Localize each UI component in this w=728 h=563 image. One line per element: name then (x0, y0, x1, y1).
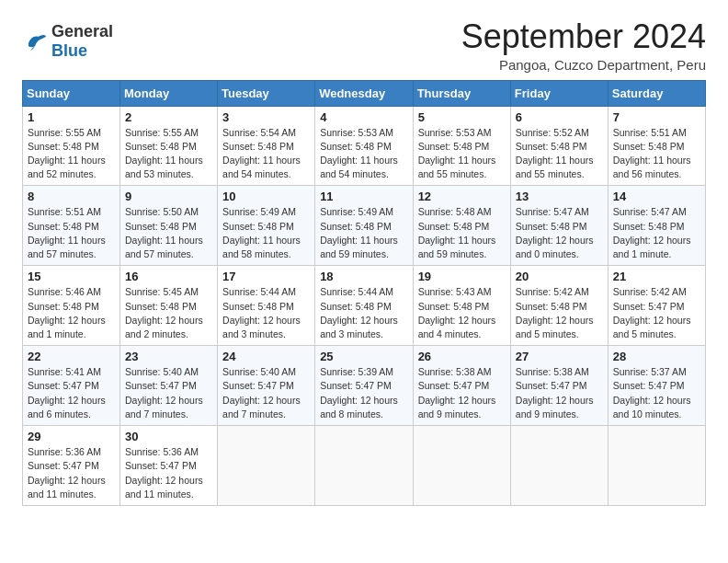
logo-text: General Blue (51, 22, 113, 61)
day-detail: Sunrise: 5:52 AMSunset: 5:48 PMDaylight:… (516, 127, 594, 180)
day-number: 8 (28, 190, 115, 203)
calendar-cell: 25 Sunrise: 5:39 AMSunset: 5:47 PMDaylig… (315, 346, 413, 426)
day-number: 13 (516, 190, 603, 203)
calendar-cell: 21 Sunrise: 5:42 AMSunset: 5:47 PMDaylig… (608, 266, 705, 346)
day-number: 21 (613, 270, 700, 283)
location-subtitle: Pangoa, Cuzco Department, Peru (461, 57, 706, 73)
day-detail: Sunrise: 5:47 AMSunset: 5:48 PMDaylight:… (613, 206, 691, 259)
calendar-cell: 26 Sunrise: 5:38 AMSunset: 5:47 PMDaylig… (413, 346, 510, 426)
calendar-cell (608, 426, 705, 506)
calendar-cell: 9 Sunrise: 5:50 AMSunset: 5:48 PMDayligh… (120, 186, 218, 266)
day-detail: Sunrise: 5:51 AMSunset: 5:48 PMDaylight:… (28, 206, 106, 259)
day-number: 20 (516, 270, 603, 283)
calendar-cell: 5 Sunrise: 5:53 AMSunset: 5:48 PMDayligh… (413, 106, 510, 186)
weekday-header-saturday: Saturday (608, 80, 705, 106)
calendar-cell: 2 Sunrise: 5:55 AMSunset: 5:48 PMDayligh… (120, 106, 218, 186)
day-number: 18 (320, 270, 407, 283)
calendar-cell: 23 Sunrise: 5:40 AMSunset: 5:47 PMDaylig… (120, 346, 218, 426)
day-detail: Sunrise: 5:51 AMSunset: 5:48 PMDaylight:… (613, 127, 691, 180)
day-number: 2 (125, 110, 212, 124)
day-detail: Sunrise: 5:40 AMSunset: 5:47 PMDaylight:… (222, 366, 301, 419)
calendar-cell (510, 426, 608, 506)
day-number: 1 (28, 110, 115, 124)
day-detail: Sunrise: 5:45 AMSunset: 5:48 PMDaylight:… (125, 286, 203, 339)
day-detail: Sunrise: 5:40 AMSunset: 5:47 PMDaylight:… (125, 366, 203, 419)
calendar-cell: 28 Sunrise: 5:37 AMSunset: 5:47 PMDaylig… (608, 346, 705, 426)
page-header: General Blue September 2024 Pangoa, Cuzc… (22, 18, 706, 73)
calendar-cell: 8 Sunrise: 5:51 AMSunset: 5:48 PMDayligh… (23, 186, 120, 266)
day-detail: Sunrise: 5:38 AMSunset: 5:47 PMDaylight:… (418, 366, 496, 419)
day-number: 11 (320, 190, 407, 203)
calendar-week-row: 29 Sunrise: 5:36 AMSunset: 5:47 PMDaylig… (23, 426, 706, 506)
weekday-header-thursday: Thursday (413, 80, 510, 106)
calendar-cell: 29 Sunrise: 5:36 AMSunset: 5:47 PMDaylig… (23, 426, 120, 506)
day-detail: Sunrise: 5:55 AMSunset: 5:48 PMDaylight:… (125, 127, 203, 180)
calendar-cell: 1 Sunrise: 5:55 AMSunset: 5:48 PMDayligh… (23, 106, 120, 186)
calendar-cell: 13 Sunrise: 5:47 AMSunset: 5:48 PMDaylig… (510, 186, 608, 266)
weekday-header-friday: Friday (510, 80, 608, 106)
day-number: 22 (28, 350, 115, 363)
day-number: 4 (320, 110, 407, 124)
day-detail: Sunrise: 5:42 AMSunset: 5:48 PMDaylight:… (516, 286, 594, 339)
calendar-cell: 12 Sunrise: 5:48 AMSunset: 5:48 PMDaylig… (413, 186, 510, 266)
day-detail: Sunrise: 5:36 AMSunset: 5:47 PMDaylight:… (125, 446, 203, 500)
calendar-cell: 16 Sunrise: 5:45 AMSunset: 5:48 PMDaylig… (120, 266, 218, 346)
calendar-cell (413, 426, 510, 506)
calendar-cell: 10 Sunrise: 5:49 AMSunset: 5:48 PMDaylig… (218, 186, 315, 266)
calendar-cell: 30 Sunrise: 5:36 AMSunset: 5:47 PMDaylig… (120, 426, 218, 506)
day-number: 9 (125, 190, 212, 203)
calendar-cell: 27 Sunrise: 5:38 AMSunset: 5:47 PMDaylig… (510, 346, 608, 426)
calendar-cell: 17 Sunrise: 5:44 AMSunset: 5:48 PMDaylig… (218, 266, 315, 346)
calendar-cell: 7 Sunrise: 5:51 AMSunset: 5:48 PMDayligh… (608, 106, 705, 186)
calendar-cell: 24 Sunrise: 5:40 AMSunset: 5:47 PMDaylig… (218, 346, 315, 426)
calendar-cell: 11 Sunrise: 5:49 AMSunset: 5:48 PMDaylig… (315, 186, 413, 266)
day-number: 12 (418, 190, 506, 203)
day-number: 5 (418, 110, 506, 124)
day-detail: Sunrise: 5:55 AMSunset: 5:48 PMDaylight:… (28, 127, 106, 180)
day-number: 7 (613, 110, 700, 124)
day-number: 28 (613, 350, 700, 363)
day-detail: Sunrise: 5:36 AMSunset: 5:47 PMDaylight:… (28, 446, 106, 500)
day-detail: Sunrise: 5:37 AMSunset: 5:47 PMDaylight:… (613, 366, 691, 419)
day-detail: Sunrise: 5:47 AMSunset: 5:48 PMDaylight:… (516, 206, 594, 259)
day-number: 23 (125, 350, 212, 363)
day-detail: Sunrise: 5:49 AMSunset: 5:48 PMDaylight:… (320, 206, 398, 259)
day-detail: Sunrise: 5:46 AMSunset: 5:48 PMDaylight:… (28, 286, 106, 339)
calendar-cell: 14 Sunrise: 5:47 AMSunset: 5:48 PMDaylig… (608, 186, 705, 266)
calendar-cell: 4 Sunrise: 5:53 AMSunset: 5:48 PMDayligh… (315, 106, 413, 186)
logo-bird-icon (22, 29, 48, 54)
calendar-cell: 20 Sunrise: 5:42 AMSunset: 5:48 PMDaylig… (510, 266, 608, 346)
calendar-table: SundayMondayTuesdayWednesdayThursdayFrid… (22, 80, 706, 506)
day-detail: Sunrise: 5:44 AMSunset: 5:48 PMDaylight:… (320, 286, 398, 339)
day-detail: Sunrise: 5:48 AMSunset: 5:48 PMDaylight:… (418, 206, 496, 259)
weekday-header-wednesday: Wednesday (315, 80, 413, 106)
calendar-cell (315, 426, 413, 506)
day-number: 10 (222, 190, 310, 203)
day-number: 17 (222, 270, 310, 283)
calendar-week-row: 1 Sunrise: 5:55 AMSunset: 5:48 PMDayligh… (23, 106, 706, 186)
day-detail: Sunrise: 5:54 AMSunset: 5:48 PMDaylight:… (222, 127, 301, 180)
day-detail: Sunrise: 5:38 AMSunset: 5:47 PMDaylight:… (516, 366, 594, 419)
day-number: 15 (28, 270, 115, 283)
title-section: September 2024 Pangoa, Cuzco Department,… (461, 18, 706, 73)
day-number: 3 (222, 110, 310, 124)
calendar-cell: 22 Sunrise: 5:41 AMSunset: 5:47 PMDaylig… (23, 346, 120, 426)
day-detail: Sunrise: 5:43 AMSunset: 5:48 PMDaylight:… (418, 286, 496, 339)
calendar-cell: 15 Sunrise: 5:46 AMSunset: 5:48 PMDaylig… (23, 266, 120, 346)
day-number: 26 (418, 350, 506, 363)
calendar-cell: 6 Sunrise: 5:52 AMSunset: 5:48 PMDayligh… (510, 106, 608, 186)
day-number: 19 (418, 270, 506, 283)
day-detail: Sunrise: 5:53 AMSunset: 5:48 PMDaylight:… (320, 127, 398, 180)
day-detail: Sunrise: 5:49 AMSunset: 5:48 PMDaylight:… (222, 206, 301, 259)
day-detail: Sunrise: 5:42 AMSunset: 5:47 PMDaylight:… (613, 286, 691, 339)
day-number: 29 (28, 430, 115, 443)
weekday-header-sunday: Sunday (23, 80, 120, 106)
day-number: 16 (125, 270, 212, 283)
day-detail: Sunrise: 5:44 AMSunset: 5:48 PMDaylight:… (222, 286, 301, 339)
calendar-cell (218, 426, 315, 506)
day-detail: Sunrise: 5:50 AMSunset: 5:48 PMDaylight:… (125, 206, 203, 259)
day-detail: Sunrise: 5:53 AMSunset: 5:48 PMDaylight:… (418, 127, 496, 180)
calendar-week-row: 8 Sunrise: 5:51 AMSunset: 5:48 PMDayligh… (23, 186, 706, 266)
day-detail: Sunrise: 5:41 AMSunset: 5:47 PMDaylight:… (28, 366, 106, 419)
calendar-cell: 18 Sunrise: 5:44 AMSunset: 5:48 PMDaylig… (315, 266, 413, 346)
